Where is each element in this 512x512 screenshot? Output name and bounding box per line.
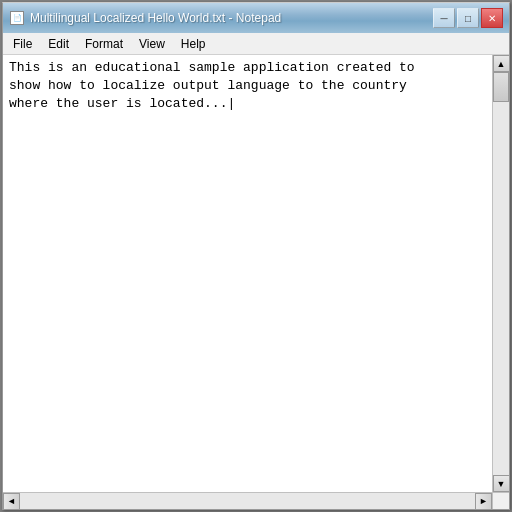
scroll-corner [492, 492, 509, 509]
menu-edit[interactable]: Edit [40, 33, 77, 54]
scroll-down-button[interactable]: ▼ [493, 475, 510, 492]
menu-help[interactable]: Help [173, 33, 214, 54]
window-title: Multilingual Localized Hello World.txt -… [30, 11, 281, 25]
scroll-left-button[interactable]: ◄ [3, 493, 20, 510]
horizontal-scrollbar: ◄ ► [3, 492, 492, 509]
text-editor[interactable]: This is an educational sample applicatio… [3, 55, 492, 492]
title-bar: 📄 Multilingual Localized Hello World.txt… [3, 3, 509, 33]
scroll-up-button[interactable]: ▲ [493, 55, 510, 72]
menu-format[interactable]: Format [77, 33, 131, 54]
vertical-scrollbar: ▲ ▼ [492, 55, 509, 492]
title-bar-left: 📄 Multilingual Localized Hello World.txt… [9, 10, 281, 26]
menu-bar: File Edit Format View Help [3, 33, 509, 55]
app-icon: 📄 [9, 10, 25, 26]
title-buttons: ─ □ ✕ [433, 8, 503, 28]
menu-file[interactable]: File [5, 33, 40, 54]
content-area: This is an educational sample applicatio… [3, 55, 509, 492]
scroll-thumb-vertical[interactable] [493, 72, 509, 102]
menu-view[interactable]: View [131, 33, 173, 54]
notepad-icon: 📄 [10, 11, 24, 25]
maximize-button[interactable]: □ [457, 8, 479, 28]
notepad-window: 📄 Multilingual Localized Hello World.txt… [2, 2, 510, 510]
scroll-track-horizontal[interactable] [20, 493, 475, 509]
scroll-right-button[interactable]: ► [475, 493, 492, 510]
minimize-button[interactable]: ─ [433, 8, 455, 28]
scroll-track-vertical[interactable] [493, 72, 509, 475]
horizontal-scrollbar-row: ◄ ► [3, 492, 509, 509]
close-button[interactable]: ✕ [481, 8, 503, 28]
